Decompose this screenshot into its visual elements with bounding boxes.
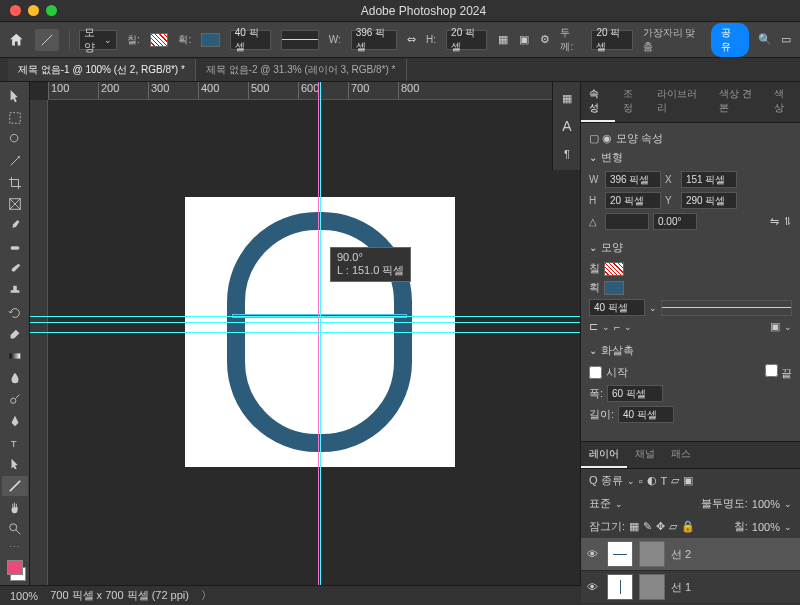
document-info[interactable]: 700 픽셀 x 700 픽셀 (72 ppi)	[50, 588, 189, 603]
lock-artboard-icon[interactable]: ▱	[669, 520, 677, 533]
width-input[interactable]: 396 픽셀	[351, 30, 397, 50]
eraser-tool[interactable]	[2, 324, 28, 344]
path-select-tool[interactable]	[2, 454, 28, 474]
crop-tool[interactable]	[2, 173, 28, 193]
dodge-tool[interactable]	[2, 389, 28, 409]
layer-thumbnail[interactable]	[607, 574, 633, 600]
height-input[interactable]	[605, 192, 661, 209]
flip-v-icon[interactable]: ⥮	[783, 215, 792, 228]
thickness-input[interactable]: 20 픽셀	[591, 30, 632, 50]
ruler-horizontal[interactable]: 100200300400500600700800	[48, 82, 580, 100]
flip-h-icon[interactable]: ⇋	[770, 215, 779, 228]
maximize-button[interactable]	[46, 5, 57, 16]
tab-channels[interactable]: 채널	[627, 442, 663, 468]
start-checkbox[interactable]	[589, 366, 602, 379]
blend-mode[interactable]: 표준	[589, 496, 611, 511]
join-miter-icon[interactable]: ⌐	[614, 321, 620, 333]
heal-tool[interactable]	[2, 238, 28, 258]
character-icon[interactable]: A	[555, 114, 579, 138]
foreground-color[interactable]	[7, 560, 23, 575]
cap-butt-icon[interactable]: ⊏	[589, 320, 598, 333]
paragraph-icon[interactable]: ¶	[555, 142, 579, 166]
y-input[interactable]	[681, 192, 737, 209]
fill-opacity-input[interactable]: 100%	[752, 521, 780, 533]
fill-swatch[interactable]	[604, 262, 624, 276]
stroke-style-dropdown[interactable]	[281, 30, 319, 50]
layer-name[interactable]: 선 2	[671, 547, 691, 562]
transform-section[interactable]: ⌄ 변형	[589, 150, 792, 165]
layer-item[interactable]: 👁 선 1	[581, 571, 800, 604]
shape-tool[interactable]	[2, 476, 28, 496]
align-stroke-icon[interactable]: ▣	[770, 320, 780, 333]
canvas-area[interactable]: 100200300400500600700800 90.0° L : 151.0…	[30, 82, 580, 585]
arrowhead-section[interactable]: ⌄ 화살촉	[589, 343, 792, 358]
filter-smart-icon[interactable]: ▣	[683, 474, 693, 487]
lock-position-icon[interactable]: ✥	[656, 520, 665, 533]
document-tab[interactable]: 제목 없음-1 @ 100% (선 2, RGB/8*) *	[8, 59, 196, 81]
tab-layers[interactable]: 레이어	[581, 442, 627, 468]
history-brush-tool[interactable]	[2, 303, 28, 323]
pathops-icon[interactable]: ▣	[518, 34, 529, 46]
gear-icon[interactable]: ⚙	[539, 34, 550, 46]
minimize-button[interactable]	[28, 5, 39, 16]
mask-thumbnail[interactable]	[639, 541, 665, 567]
tab-swatches[interactable]: 색상 견본	[711, 82, 766, 122]
stroke-width-input[interactable]	[589, 299, 645, 316]
ruler-vertical[interactable]	[30, 100, 48, 585]
end-checkbox[interactable]	[765, 364, 778, 377]
lock-transparency-icon[interactable]: ▦	[629, 520, 639, 533]
angle-input[interactable]: 0.00°	[653, 213, 697, 230]
document-tab[interactable]: 제목 없음-2 @ 31.3% (레이어 3, RGB/8*) *	[196, 59, 407, 81]
gradient-tool[interactable]	[2, 346, 28, 366]
layer-thumbnail[interactable]	[607, 541, 633, 567]
guide-vertical[interactable]	[320, 82, 321, 585]
zoom-tool[interactable]	[2, 519, 28, 539]
lock-all-icon[interactable]: 🔒	[681, 520, 695, 533]
share-button[interactable]: 공유	[711, 23, 749, 57]
edge-align-checkbox[interactable]: 가장자리 맞춤	[643, 26, 701, 54]
fill-swatch[interactable]	[150, 33, 169, 47]
color-icon[interactable]: ▦	[555, 86, 579, 110]
stroke-swatch[interactable]	[201, 33, 220, 47]
tab-properties[interactable]: 속성	[581, 82, 615, 122]
opacity-input[interactable]: 100%	[752, 498, 780, 510]
tab-adjustments[interactable]: 조정	[615, 82, 649, 122]
stroke-width-input[interactable]: 40 픽셀	[230, 30, 271, 50]
x-input[interactable]	[681, 171, 737, 188]
filter-type-icon[interactable]: T	[661, 475, 668, 487]
more-tools[interactable]: ⋯	[2, 541, 27, 554]
filter-adjust-icon[interactable]: ◐	[647, 474, 657, 487]
layer-item[interactable]: 👁 선 2	[581, 538, 800, 571]
lasso-tool[interactable]	[2, 129, 28, 149]
link-icon[interactable]: ⇔	[407, 33, 416, 46]
tab-color[interactable]: 색상	[766, 82, 800, 122]
guide-horizontal[interactable]	[30, 322, 580, 323]
filter-kind[interactable]: Q 종류	[589, 473, 623, 488]
stroke-style[interactable]	[661, 300, 792, 316]
type-tool[interactable]: T	[2, 433, 28, 453]
workspace-icon[interactable]: ▭	[781, 34, 792, 46]
hand-tool[interactable]	[2, 498, 28, 518]
zoom-level[interactable]: 100%	[10, 590, 38, 602]
visibility-icon[interactable]: 👁	[587, 581, 601, 593]
marquee-tool[interactable]	[2, 108, 28, 128]
visibility-icon[interactable]: 👁	[587, 548, 601, 560]
brush-tool[interactable]	[2, 259, 28, 279]
width-input[interactable]	[605, 171, 661, 188]
line-tool-icon[interactable]	[35, 29, 59, 51]
guide-horizontal[interactable]	[30, 316, 580, 317]
shape-mode-dropdown[interactable]: 모양 ⌄	[79, 30, 117, 50]
search-icon[interactable]: 🔍	[759, 34, 771, 46]
stroke-swatch[interactable]	[604, 281, 624, 295]
guide-horizontal[interactable]	[30, 332, 580, 333]
angle-input[interactable]	[605, 213, 649, 230]
mask-thumbnail[interactable]	[639, 574, 665, 600]
home-icon[interactable]	[8, 31, 25, 49]
layer-name[interactable]: 선 1	[671, 580, 691, 595]
blur-tool[interactable]	[2, 368, 28, 388]
filter-pixel-icon[interactable]: ▫	[639, 475, 643, 487]
appearance-section[interactable]: ⌄ 모양	[589, 240, 792, 255]
tab-paths[interactable]: 패스	[663, 442, 699, 468]
guide-vertical-pink[interactable]	[318, 82, 319, 585]
wand-tool[interactable]	[2, 151, 28, 171]
